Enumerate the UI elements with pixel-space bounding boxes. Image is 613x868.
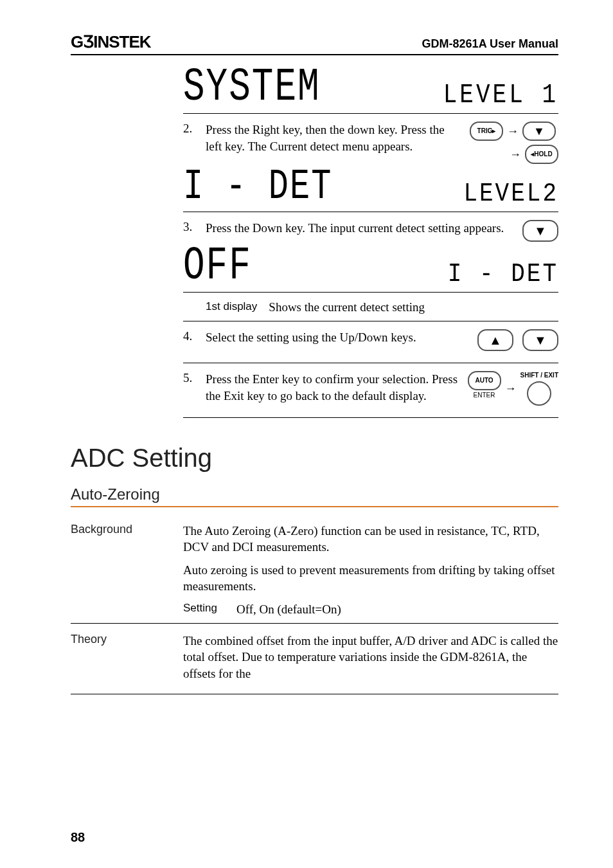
step-keys: ▼ (522, 220, 558, 242)
background-p1: The Auto Zeroing (A-Zero) function can b… (183, 523, 558, 556)
arrow-icon: → (504, 381, 518, 396)
manual-title: GDM-8261A User Manual (422, 37, 558, 51)
lcd-system: SYSTEM (183, 64, 321, 111)
step-text: Press the Enter key to confirm your sele… (206, 371, 460, 406)
lcd-idet: I - DET (183, 165, 332, 209)
arrow-icon: → (506, 123, 520, 139)
step-2: 2. Press the Right key, then the down ke… (183, 122, 558, 164)
setting-value: Off, On (default=On) (236, 601, 341, 618)
theory-p1: The combined offset from the input buffe… (183, 633, 558, 682)
background-body: The Auto Zeroing (A-Zero) function can b… (183, 523, 558, 618)
step-5: 5. Press the Enter key to confirm your s… (183, 371, 558, 406)
lcd-row-idet: I - DET LEVEL2 (183, 176, 558, 209)
down-key-icon: ▼ (522, 122, 556, 141)
step-keys: AUTO ENTER → SHIFT / EXIT (468, 371, 558, 406)
step-keys: TRIG▸ → ▼ → ◂HOLD (470, 122, 558, 164)
divider (183, 212, 558, 212)
divider (183, 321, 558, 321)
subsection-title: Auto-Zeroing (71, 485, 558, 507)
display-note: 1st display Shows the current detect set… (206, 300, 558, 314)
section-title: ADC Setting (71, 444, 558, 473)
divider (183, 363, 558, 363)
trig-key-icon: TRIG▸ (470, 122, 503, 141)
step-number: 4. (183, 329, 206, 351)
theory-block: Theory The combined offset from the inpu… (71, 633, 558, 689)
lcd-row-system: SYSTEM LEVEL 1 (183, 75, 558, 111)
up-key-icon: ▲ (477, 329, 513, 351)
setting-label: Setting (183, 601, 217, 618)
background-p2: Auto zeroing is used to prevent measurem… (183, 562, 558, 595)
hold-key-icon: ◂HOLD (525, 145, 558, 164)
enter-key-icon: AUTO ENTER (468, 371, 501, 400)
page-header: GƷINSTEK GDM-8261A User Manual (71, 32, 558, 55)
lcd-level2: LEVEL2 (463, 179, 558, 209)
divider (71, 694, 558, 694)
step-text: Select the setting using the Up/Down key… (206, 329, 470, 351)
theory-body: The combined offset from the input buffe… (183, 633, 558, 689)
background-label: Background (71, 523, 183, 618)
step-number: 3. (183, 220, 206, 242)
divider (71, 623, 558, 624)
setting-row: Setting Off, On (default=On) (183, 601, 558, 618)
shift-key-block: SHIFT / EXIT (520, 371, 558, 406)
step-3: 3. Press the Down key. The input current… (183, 220, 558, 242)
auto-label: AUTO (468, 371, 501, 390)
display-text: Shows the current detect setting (269, 300, 425, 314)
step-text: Press the Down key. The input current de… (206, 220, 515, 242)
background-block: Background The Auto Zeroing (A-Zero) fun… (71, 523, 558, 618)
lcd-row-off: OFF I - DET (183, 253, 558, 289)
down-key-icon: ▼ (522, 220, 558, 242)
step-keys: ▲ ▼ (477, 329, 558, 351)
theory-label: Theory (71, 633, 183, 689)
lcd-idet-small: I - DET (448, 259, 558, 289)
step-text: Press the Right key, then the down key. … (206, 122, 462, 164)
down-key-icon: ▼ (522, 329, 558, 351)
step-number: 5. (183, 371, 206, 406)
page-number: 88 (71, 830, 85, 845)
step-number: 2. (183, 122, 206, 164)
main-content: SYSTEM LEVEL 1 2. Press the Right key, t… (183, 75, 558, 418)
lcd-off: OFF (183, 242, 252, 289)
arrow-icon: → (508, 147, 522, 162)
divider (183, 417, 558, 418)
enter-label: ENTER (474, 391, 495, 400)
display-label: 1st display (206, 300, 257, 314)
brand-logo: GƷINSTEK (71, 32, 151, 52)
step-4: 4. Select the setting using the Up/Down … (183, 329, 558, 351)
shift-key-icon (527, 381, 551, 406)
shift-label: SHIFT / EXIT (520, 371, 558, 380)
lcd-level1: LEVEL 1 (443, 79, 558, 111)
